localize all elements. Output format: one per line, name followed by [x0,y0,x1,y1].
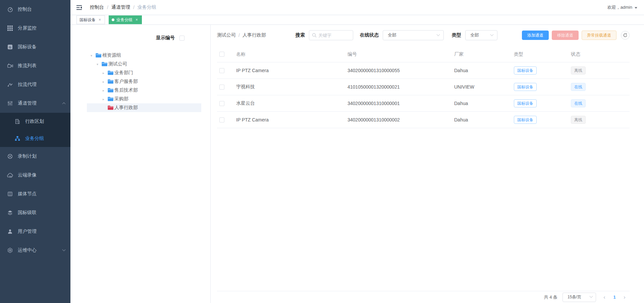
folder-icon [108,88,113,93]
table-empty-space [217,128,630,291]
tree-node[interactable]: ▸采购部 [87,95,201,103]
row-checkbox[interactable] [219,101,224,106]
tree-node-label: 业务部门 [114,70,133,76]
column-header: 编号 [347,51,454,57]
sidebar-menu: 控制台分屏监控G国标设备推流列表拉流代理通道管理行政区划业务分组录制计划云端录像… [0,0,70,260]
type-tag: 国标设备 [514,83,537,91]
caret-icon[interactable]: ▸ [103,97,108,101]
next-page-button[interactable]: › [620,295,630,300]
type-label: 类型 [452,32,461,38]
cell-vendor: Dahua [454,117,514,122]
caret-icon[interactable]: ▸ [103,89,108,92]
cell-name: IP PTZ Camera [236,68,347,73]
status-tag: 在线 [571,83,586,91]
sidebar-item-ops-center[interactable]: 运维中心 [0,241,70,260]
breadcrumb-item[interactable]: 通道管理 [111,4,130,10]
row-checkbox[interactable] [219,68,224,73]
select-all-checkbox[interactable] [219,52,224,57]
sidebar-item-user-manage[interactable]: 用户管理 [0,222,70,241]
sidebar-item-dashboard[interactable]: 控制台 [0,0,70,19]
table-row: 水星云台34020000001310000001Dahua国标设备在线 [217,95,630,112]
current-page[interactable]: 1 [609,295,620,300]
search-icon [312,33,317,38]
caret-icon[interactable]: ▾ [97,62,102,66]
welcome-text: 欢迎，admin [607,4,632,10]
add-channel-button[interactable]: 添加通道 [522,31,549,40]
tree-node-label: 客户服务部 [114,79,138,85]
cell-name: 宇视科技 [236,84,347,90]
close-icon[interactable]: × [98,17,102,22]
tree-node[interactable]: ▾测试公司 [87,60,201,68]
prev-page-button[interactable]: ‹ [599,295,609,300]
column-header: 厂家 [454,51,514,57]
cell-vendor: Dahua [454,68,514,73]
table-row: 宇视科技41010500001320000021UNIVIEW国标设备在线 [217,79,630,95]
tab-business-group[interactable]: 业务分组× [109,15,142,24]
cell-status: 离线 [571,66,630,74]
sidebar-item-split-screen[interactable]: 分屏监控 [0,19,70,38]
top-header: 控制台 / 通道管理 / 业务分组 欢迎，admin [70,0,644,15]
tree-node-label: 根资源组 [102,52,121,58]
column-header: 名称 [236,51,347,57]
sidebar-item-gb-cascade[interactable]: 国标级联 [0,203,70,222]
sidebar-item-record-plan[interactable]: 录制计划 [0,147,70,166]
refresh-button[interactable] [621,31,630,40]
online-status-select[interactable]: 全部 [383,30,444,40]
sidebar-item-district[interactable]: 行政区划 [0,113,70,130]
sidebar-item-cloud-record[interactable]: 云端录像 [0,166,70,185]
page-size-select[interactable]: 15条/页 [562,293,596,302]
menu-fold-icon[interactable] [76,5,83,10]
cell-type: 国标设备 [514,83,571,91]
tree-node[interactable]: ▸客户服务部 [87,77,201,86]
sidebar-item-business-group[interactable]: 业务分组 [0,130,70,147]
active-tab-dot [112,18,114,21]
type-select[interactable]: 全部 [465,30,497,40]
remove-channel-button[interactable]: 移除通道 [552,31,579,40]
sidebar-item-channel-manage[interactable]: 通道管理 [0,94,70,113]
folder-icon [108,97,113,101]
user-menu[interactable]: 欢迎，admin [607,4,637,10]
sidebar-item-media-node[interactable]: 媒体节点 [0,185,70,203]
caret-icon[interactable]: ▸ [103,71,108,75]
search-input[interactable] [318,33,350,38]
tree-node[interactable]: ▸售后技术部 [87,86,201,95]
sidebar-item-push-stream[interactable]: 推流列表 [0,56,70,75]
show-number-checkbox[interactable] [179,36,184,41]
tree-node-label: 采购部 [114,96,128,102]
cell-code: 34020000001310000002 [347,117,454,122]
caret-icon[interactable]: ▸ [103,80,108,84]
breadcrumb-item[interactable]: 控制台 [90,4,104,10]
gb-device-icon: G [7,44,13,50]
refresh-icon [623,33,628,38]
tree-node[interactable]: ▸业务部门 [87,68,201,77]
media-node-icon [7,191,13,197]
abnormal-channel-button[interactable]: 异常挂载通道 [582,31,616,40]
tab-gb-device[interactable]: 国标设备× [76,15,105,24]
cell-code: 34020000001310000055 [347,68,454,73]
tree-node[interactable]: ▾根资源组 [87,51,201,60]
status-tag: 离线 [571,66,586,74]
channel-manage-icon [7,100,13,106]
record-plan-icon [7,153,13,159]
sidebar-item-gb-device[interactable]: G国标设备 [0,38,70,56]
checkbox-cell [217,68,236,73]
table-panel: 测试公司 / 人事行政部 搜索 在线状态 全部 类型 [211,25,644,303]
caret-icon[interactable]: ▾ [91,54,96,57]
sidebar: 控制台分屏监控G国标设备推流列表拉流代理通道管理行政区划业务分组录制计划云端录像… [0,0,70,303]
sidebar-item-label: 业务分组 [25,136,44,142]
row-checkbox[interactable] [219,85,224,90]
sidebar-item-pull-proxy[interactable]: 拉流代理 [0,75,70,94]
user-manage-icon [7,229,13,235]
pull-proxy-icon [7,82,13,88]
show-number-row: 显示编号 [70,25,210,41]
group-breadcrumb-item[interactable]: 测试公司 [217,32,236,38]
checkbox-cell [217,101,236,106]
cell-vendor: UNIVIEW [454,84,514,90]
toolbar: 测试公司 / 人事行政部 搜索 在线状态 全部 类型 [217,30,630,40]
tree-node[interactable]: 人事行政部 [87,103,201,112]
row-checkbox[interactable] [219,117,224,122]
cell-status: 离线 [571,116,630,124]
folder-icon [108,70,113,75]
sidebar-item-label: 行政区划 [25,118,44,124]
close-icon[interactable]: × [135,17,139,22]
